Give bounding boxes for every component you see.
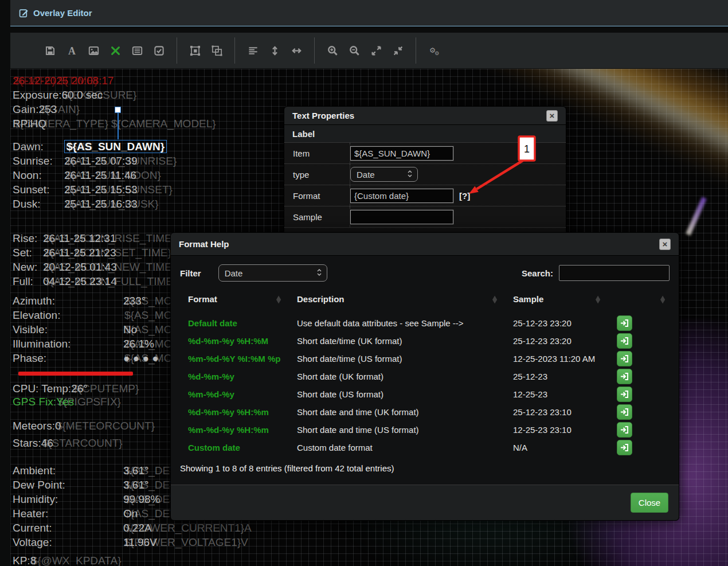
close-icon[interactable]: ×	[659, 239, 671, 250]
column-header-action[interactable]: ◆	[608, 296, 670, 302]
selection-connector	[118, 113, 119, 139]
overlay-text-item[interactable]: ${CAMERA_TYPE} ${CAMERA_MODEL}RPiHQ	[13, 116, 113, 131]
overlay-text-item[interactable]: Meteors: ${METEORCOUNT}0	[13, 417, 61, 435]
overlay-text-item[interactable]: Illumination:${AS_MOON_ILLUMINATION}26.1…	[13, 337, 159, 351]
item-input[interactable]	[350, 146, 453, 161]
zoom-in-button[interactable]	[325, 42, 340, 59]
overlay-text-item[interactable]: Stars: ${STARCOUNT}46	[13, 435, 61, 452]
column-header-format[interactable]: Format◆	[180, 294, 289, 304]
overlay-text-item[interactable]: Sunset:${AS_SUN_SUNSET}25-11-25 15:53	[13, 182, 167, 197]
compress-button[interactable]	[390, 42, 405, 59]
save-button[interactable]	[42, 42, 57, 59]
close-icon[interactable]: ×	[546, 110, 558, 122]
type-select[interactable]: Date	[350, 167, 418, 182]
settings-icon: ⚙⚙	[429, 45, 440, 56]
delete-button[interactable]	[108, 42, 123, 59]
overlay-text-item[interactable]: Phase:${AS_MOON_PHASE} ◖● ● ● ●	[13, 351, 159, 365]
settings-button[interactable]: ⚙⚙	[426, 42, 441, 59]
overlay-text-item[interactable]: GPS Fix: ${PIGPSFIX}Yes	[13, 395, 88, 408]
red-divider-bar[interactable]	[18, 372, 133, 376]
use-format-button[interactable]	[617, 422, 632, 438]
vertical-arrows-button[interactable]	[267, 42, 282, 59]
overlay-item-label: Exposure:	[13, 88, 62, 102]
overlay-text-item[interactable]: Azimuth:${AS_MOON_AZIMUTH}233°	[13, 294, 159, 308]
overlay-item-label: Azimuth:	[13, 294, 123, 308]
sign-in-icon	[620, 354, 629, 363]
dialog-title: Text Properties	[292, 111, 354, 120]
sample-input[interactable]	[350, 210, 453, 224]
sort-icon[interactable]: ◆	[276, 294, 281, 305]
overlay-text-item[interactable]: Visible:${AS_MOON_VISIBLE}No	[13, 322, 159, 337]
overlay-text-item[interactable]: ${DATE} ${TIME}26-12-2025 20:08:17	[13, 73, 113, 88]
use-format-button[interactable]	[617, 369, 632, 384]
overlay-text-item[interactable]: Noon:${AS_SUN_NOON}26-11-25 11:46	[13, 168, 167, 182]
overlay-text-item[interactable]: Dawn:06:16${AS_SUN_DAWN}	[13, 139, 167, 154]
overlay-text-item[interactable]: Dusk:${AS_SUN_DUSK}25-11-25 16:33	[13, 197, 167, 211]
type-field-row: type Date	[284, 164, 566, 185]
image-button[interactable]	[86, 42, 101, 59]
filter-select-value: Date	[225, 268, 316, 278]
format-help-header[interactable]: Format Help ×	[171, 233, 679, 256]
use-format-button[interactable]	[617, 333, 632, 349]
overlay-text-item[interactable]: Elevation:${AS_MOON_ELEVATION}	[13, 308, 159, 322]
expand-button[interactable]	[369, 42, 383, 59]
overlay-text-item[interactable]: KP: ${@WX_KPDATA}8	[13, 553, 36, 566]
column-header-sample[interactable]: Sample◆	[505, 294, 608, 304]
text-properties-header[interactable]: Text Properties ×	[284, 107, 566, 125]
save-icon	[45, 45, 56, 56]
overlay-text-item[interactable]: Ambient:${AS_DEWCONTROL_AMBIENT}3.61°	[13, 463, 160, 478]
overlay-group-top: ${DATE} ${TIME}26-12-2025 20:08:17Exposu…	[13, 73, 113, 131]
overlay-item-label: CPU: Temp:	[13, 382, 71, 395]
sample-cell: N/A	[505, 443, 608, 452]
overlay-text-item[interactable]: Set:${AS_MOON_SET_TIME}26-11-25 21:23	[13, 245, 117, 260]
overlay-text-item[interactable]: Sunrise:${AS_SUN_SUNRISE}26-11-25 07:39	[13, 154, 167, 168]
sort-icon[interactable]: ◆	[660, 294, 665, 305]
use-format-button[interactable]	[617, 404, 632, 420]
overlay-text-item[interactable]: Gain: ${GAIN}253	[13, 102, 113, 116]
overlay-item-value: No	[123, 323, 137, 335]
overlay-item-label: Heater:	[13, 506, 123, 521]
column-header-description[interactable]: Description◆	[289, 294, 505, 304]
overlay-text-item[interactable]: Current:${POWER_CURRENT1}A0.22A	[13, 521, 160, 535]
use-format-button[interactable]	[617, 351, 632, 366]
overlay-text-item[interactable]: CPU: Temp: ${CPUTEMP}26°	[13, 382, 88, 395]
format-table-row: %m-%d-%y %H:%mShort date and time (US fo…	[180, 421, 670, 439]
search-input[interactable]	[559, 265, 670, 281]
overlay-text-item[interactable]: Rise:${AS_MOON_RISE_TIME}26-11-25 12:31	[13, 231, 117, 245]
group-icon	[190, 45, 201, 56]
overlay-text-item[interactable]: Full:${AS_MOON_FULL_TIME}04-12-25 23:14	[13, 274, 117, 288]
overlay-text-item[interactable]: Heater:${AS_DEWCONTROL_HEATER}On	[13, 506, 160, 521]
format-help-link[interactable]: [?]	[459, 191, 470, 201]
horizontal-arrows-button[interactable]	[289, 42, 304, 59]
text-icon: A	[66, 45, 77, 56]
overlay-group-system: CPU: Temp: ${CPUTEMP}26°GPS Fix: ${PIGPS…	[13, 382, 88, 408]
overlay-text-item[interactable]: Exposure: ${EXPOSURE}60.0 sec	[13, 88, 113, 102]
image-icon	[88, 45, 99, 56]
use-format-button[interactable]	[617, 440, 632, 455]
ungroup-button[interactable]	[209, 42, 224, 59]
group-button[interactable]	[187, 42, 202, 59]
checkbox-button[interactable]	[151, 42, 166, 59]
overlay-text-item[interactable]: Dew Point:${AS_DEWCONTROL_DEWPOINT}3.61°	[13, 478, 160, 492]
use-format-button[interactable]	[617, 387, 632, 402]
action-cell	[608, 404, 670, 420]
overlay-text-item[interactable]: Humidity:${AS_DEWCONTROL_HUMIDITY}99.98%	[13, 492, 160, 506]
filter-select[interactable]: Date	[218, 264, 327, 282]
overlay-item-value: 25-11-25 15:53	[64, 184, 137, 196]
svg-text:A: A	[68, 45, 76, 56]
align-left-button[interactable]	[245, 42, 260, 59]
zoom-out-button[interactable]	[347, 42, 362, 59]
type-field-label: type	[284, 164, 350, 185]
close-button[interactable]: Close	[631, 493, 668, 513]
overlay-text-item[interactable]: Voltage:${POWER_VOLTAGE1}V11.96V	[13, 535, 160, 549]
selection-handle[interactable]	[115, 107, 121, 113]
format-input[interactable]	[350, 189, 453, 203]
format-cell: Custom date	[180, 443, 289, 452]
use-format-button[interactable]	[617, 315, 632, 331]
sort-icon[interactable]: ◆	[492, 294, 497, 305]
overlay-text-item[interactable]: New:${AS_MOON_NEW_TIME}20-12-25 01:43	[13, 260, 117, 274]
list-button[interactable]	[130, 42, 144, 59]
description-cell: Use default data attributes - see Sample…	[289, 318, 505, 328]
text-button[interactable]: A	[64, 42, 79, 59]
sort-icon[interactable]: ◆	[596, 294, 600, 305]
